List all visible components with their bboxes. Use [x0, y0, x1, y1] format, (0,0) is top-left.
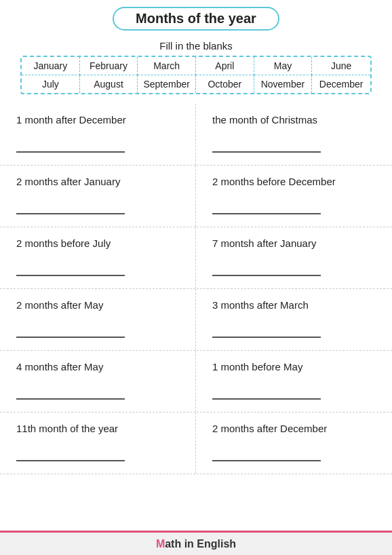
question-row: 1 month after Decemberthe month of Chris… — [0, 104, 392, 166]
question-text: 1 month after December — [16, 113, 183, 127]
month-cell: September — [138, 75, 196, 93]
answer-line[interactable] — [212, 264, 321, 276]
month-cell: October — [196, 75, 254, 93]
subtitle: Fill in the blanks — [0, 40, 392, 52]
month-cell: June — [312, 57, 370, 75]
question-text: 1 month before May — [212, 360, 380, 374]
answer-line[interactable] — [16, 387, 125, 400]
title-box: Months of the year — [113, 7, 279, 31]
footer-m: M — [156, 538, 165, 550]
footer: Math in English — [0, 531, 392, 555]
question-text: 11th month of the year — [16, 422, 183, 436]
answer-line[interactable] — [16, 202, 125, 214]
month-cell: January — [22, 57, 80, 75]
question-row: 11th month of the year2 months after Dec… — [0, 413, 392, 474]
page: Months of the year Fill in the blanks Ja… — [0, 0, 392, 555]
answer-line[interactable] — [16, 140, 125, 153]
question-cell-left: 2 months after January — [0, 166, 196, 227]
question-text: 2 months before July — [16, 237, 183, 250]
answer-line[interactable] — [212, 387, 321, 400]
answer-line[interactable] — [212, 326, 321, 338]
month-cell: July — [22, 75, 80, 93]
month-cell: February — [80, 57, 138, 75]
month-cell: August — [80, 75, 138, 93]
footer-text: Math in English — [156, 538, 236, 550]
footer-rest: ath in English — [165, 538, 236, 550]
question-text: 2 months before December — [212, 175, 380, 189]
question-row: 4 months after May1 month before May — [0, 351, 392, 413]
question-text: 2 months after January — [16, 175, 183, 189]
question-cell-left: 2 months before July — [0, 227, 196, 288]
question-cell-right: 1 month before May — [196, 351, 392, 412]
month-cell: May — [254, 57, 313, 75]
question-cell-right: 2 months after December — [196, 413, 392, 474]
question-cell-left: 4 months after May — [0, 351, 196, 412]
month-cell: April — [196, 57, 254, 75]
answer-line[interactable] — [212, 202, 321, 214]
question-text: 7 montsh after January — [212, 237, 380, 250]
question-row: 2 months after January2 months before De… — [0, 166, 392, 227]
question-cell-right: 7 montsh after January — [196, 227, 392, 288]
month-cell: November — [254, 75, 313, 93]
question-cell-left: 1 month after December — [0, 104, 196, 165]
question-text: 3 months after March — [212, 299, 380, 312]
question-cell-right: 3 months after March — [196, 289, 392, 350]
answer-line[interactable] — [16, 264, 125, 276]
questions-area: 1 month after Decemberthe month of Chris… — [0, 104, 392, 474]
question-text: the month of Christmas — [212, 113, 380, 127]
question-row: 2 months after May3 months after March — [0, 289, 392, 351]
question-text: 2 months after May — [16, 299, 183, 312]
answer-line[interactable] — [16, 449, 125, 461]
months-grid: JanuaryFebruaryMarchAprilMayJuneJulyAugu… — [20, 56, 372, 94]
question-row: 2 months before July7 montsh after Janua… — [0, 227, 392, 289]
question-text: 4 months after May — [16, 360, 183, 374]
question-cell-right: 2 months before December — [196, 166, 392, 227]
title-area: Months of the year — [0, 0, 392, 35]
question-cell-right: the month of Christmas — [196, 104, 392, 165]
month-cell: March — [138, 57, 196, 75]
answer-line[interactable] — [16, 326, 125, 338]
question-cell-left: 2 months after May — [0, 289, 196, 350]
answer-line[interactable] — [212, 449, 321, 461]
page-title: Months of the year — [136, 11, 256, 26]
question-text: 2 months after December — [212, 422, 380, 436]
answer-line[interactable] — [212, 140, 321, 153]
question-cell-left: 11th month of the year — [0, 413, 196, 474]
month-cell: December — [312, 75, 370, 93]
